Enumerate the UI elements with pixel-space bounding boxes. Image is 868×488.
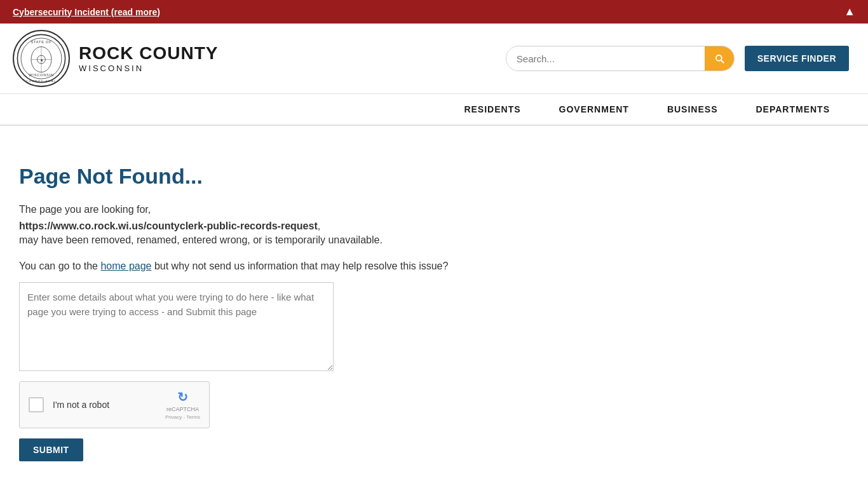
- nav-item-government[interactable]: GOVERNMENT: [540, 94, 648, 125]
- search-input[interactable]: [506, 47, 705, 71]
- header-right: SERVICE FINDER: [506, 46, 849, 71]
- description-line1: The page you are looking for,: [19, 201, 743, 218]
- nav-item-business[interactable]: BUSINESS: [648, 94, 737, 125]
- main-nav: RESIDENTS GOVERNMENT BUSINESS DEPARTMENT…: [0, 94, 868, 126]
- logo-text: ROCK COUNTY WISCONSIN: [79, 44, 218, 73]
- county-name: ROCK COUNTY: [79, 44, 218, 64]
- feedback-textarea[interactable]: [19, 282, 334, 371]
- recaptcha-links: Privacy - Terms: [165, 414, 200, 420]
- search-button[interactable]: [705, 46, 734, 71]
- service-finder-button[interactable]: SERVICE FINDER: [745, 46, 849, 71]
- recaptcha-label: I'm not a robot: [53, 400, 156, 410]
- recaptcha-branding: ↻ reCAPTCHA Privacy - Terms: [165, 390, 200, 420]
- description-line2: may have been removed, renamed, entered …: [19, 232, 743, 248]
- recaptcha-widget: I'm not a robot ↻ reCAPTCHA Privacy - Te…: [19, 381, 210, 428]
- nav-item-residents[interactable]: RESIDENTS: [445, 94, 539, 125]
- home-page-link[interactable]: home page: [100, 261, 151, 271]
- county-seal: STATE OF WISCONSIN ★ COUNTY SEAL: [13, 30, 70, 87]
- alert-link[interactable]: Cybersecurity Incident (read more): [13, 7, 160, 17]
- logo-link[interactable]: STATE OF WISCONSIN ★ COUNTY SEAL ROCK CO…: [13, 30, 218, 87]
- nav-item-departments[interactable]: DEPARTMENTS: [736, 94, 849, 125]
- alert-close-button[interactable]: ▲: [844, 5, 855, 18]
- submit-button[interactable]: SUBMIT: [19, 438, 83, 461]
- svg-text:STATE OF: STATE OF: [31, 40, 52, 44]
- recaptcha-checkbox[interactable]: [29, 397, 44, 412]
- missing-url: https://www.co.rock.wi.us/countyclerk-pu…: [19, 220, 318, 231]
- search-icon: [714, 53, 725, 64]
- svg-text:WISCONSIN: WISCONSIN: [29, 73, 54, 77]
- main-content: Page Not Found... The page you are looki…: [0, 126, 763, 487]
- search-area: [506, 46, 735, 71]
- svg-text:COUNTY SEAL: COUNTY SEAL: [26, 79, 57, 83]
- page-title: Page Not Found...: [19, 164, 743, 189]
- svg-text:★: ★: [40, 58, 43, 62]
- goto-text: You can go to the home page but why not …: [19, 261, 743, 272]
- header: STATE OF WISCONSIN ★ COUNTY SEAL ROCK CO…: [0, 24, 868, 94]
- state-name: WISCONSIN: [79, 64, 218, 73]
- alert-banner: Cybersecurity Incident (read more) ▲: [0, 0, 868, 24]
